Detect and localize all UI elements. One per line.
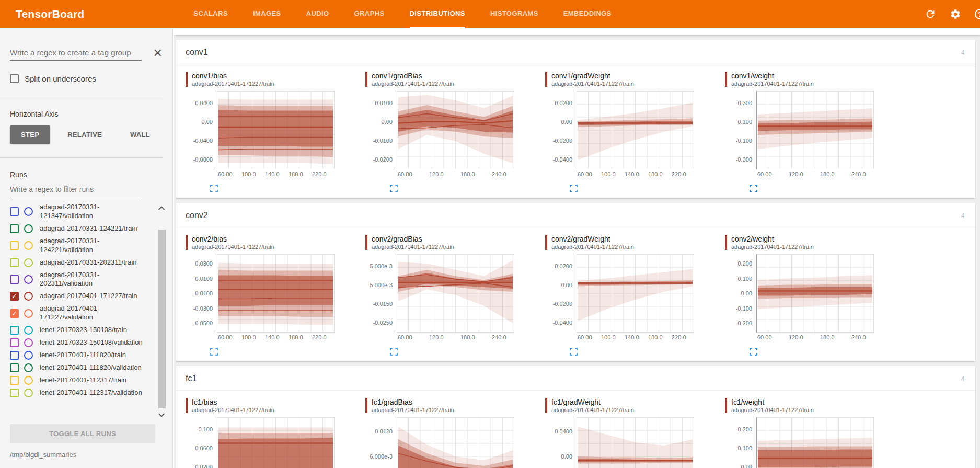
- refresh-icon[interactable]: [925, 8, 936, 20]
- x-tick-label: 180.0: [820, 171, 835, 177]
- distribution-chart-conv2-bias: conv2/biasadagrad-20170401-171227/train0…: [186, 235, 340, 357]
- chart-plot-area: 0.2000.1000.00-0.100-0.20060.00120.0180.…: [725, 254, 880, 344]
- run-row[interactable]: adagrad-20170331-121347/validation: [10, 203, 147, 221]
- toggle-all-runs-button[interactable]: TOGGLE ALL RUNS: [10, 424, 155, 443]
- axis-option-step[interactable]: STEP: [10, 125, 50, 144]
- tab-scalars[interactable]: SCALARS: [193, 0, 228, 28]
- tab-images[interactable]: IMAGES: [253, 0, 281, 28]
- app-header: TensorBoard SCALARSIMAGESAUDIOGRAPHSDIST…: [0, 0, 980, 28]
- chart-plot-area: 0.1000.06000.0200-0.0200: [186, 417, 340, 468]
- run-row[interactable]: adagrad-20170331-202311/validation: [10, 271, 147, 289]
- run-row[interactable]: ✓adagrad-20170401-171227/validation: [10, 304, 147, 322]
- axis-option-relative[interactable]: RELATIVE: [56, 125, 113, 144]
- run-color-circle[interactable]: [24, 224, 33, 233]
- close-icon[interactable]: ✕: [153, 48, 163, 59]
- x-tick-label: 140.0: [265, 171, 280, 177]
- expand-chart-icon[interactable]: [749, 184, 758, 193]
- run-checkbox[interactable]: [10, 241, 19, 250]
- split-on-underscores-checkbox[interactable]: [10, 74, 19, 83]
- run-color-circle[interactable]: [24, 207, 33, 216]
- x-tick-label: 100.0: [241, 334, 256, 340]
- distribution-plot[interactable]: [756, 91, 874, 169]
- distribution-plot[interactable]: [397, 91, 514, 169]
- x-tick-label: 60.00: [578, 334, 592, 340]
- run-checkbox[interactable]: [10, 338, 19, 347]
- run-color-circle[interactable]: [24, 258, 33, 267]
- help-icon[interactable]: ?: [975, 9, 980, 19]
- distribution-plot[interactable]: [217, 417, 335, 468]
- run-row[interactable]: lenet-20170401-111820/train: [10, 351, 147, 360]
- run-checkbox[interactable]: [10, 389, 19, 397]
- run-color-circle[interactable]: [24, 241, 33, 250]
- run-row[interactable]: lenet-20170401-111820/validation: [10, 363, 147, 372]
- split-on-underscores-row[interactable]: Split on underscores: [10, 74, 172, 83]
- distribution-plot[interactable]: [397, 417, 514, 468]
- run-row[interactable]: lenet-20170401-112317/validation: [10, 389, 147, 397]
- tab-distributions[interactable]: DISTRIBUTIONS: [410, 0, 465, 28]
- tag-group-header[interactable]: conv24: [176, 203, 975, 227]
- runs-filter-regex-input[interactable]: [10, 184, 142, 197]
- expand-chart-icon[interactable]: [389, 347, 398, 356]
- run-row[interactable]: adagrad-20170331-124221/train: [10, 224, 147, 233]
- run-checkbox[interactable]: ✓: [10, 309, 19, 318]
- run-color-circle[interactable]: [24, 309, 33, 318]
- expand-chart-icon[interactable]: [569, 347, 578, 356]
- tab-histograms[interactable]: HISTOGRAMS: [490, 0, 538, 28]
- run-row[interactable]: adagrad-20170331-202311/train: [10, 258, 147, 267]
- run-color-circle[interactable]: [24, 292, 33, 301]
- run-color-circle[interactable]: [24, 326, 33, 335]
- distribution-plot[interactable]: [756, 417, 874, 468]
- expand-chart-icon[interactable]: [569, 184, 578, 193]
- run-color-circle[interactable]: [24, 376, 33, 385]
- run-checkbox[interactable]: [10, 207, 19, 216]
- scroll-up-icon[interactable]: [157, 204, 166, 213]
- run-color-circle[interactable]: [24, 338, 33, 347]
- tag-group-title: fc1: [186, 374, 197, 383]
- distribution-plot[interactable]: [217, 254, 335, 333]
- run-checkbox[interactable]: [10, 258, 19, 267]
- run-row[interactable]: adagrad-20170331-124221/validation: [10, 237, 147, 255]
- chart-plot-area: 0.01206.000e-30.00: [365, 417, 520, 468]
- run-row[interactable]: lenet-20170323-150108/train: [10, 326, 147, 335]
- y-axis-tick-labels: 0.01000.00-0.0100-0.0200: [365, 91, 395, 169]
- tag-group-count: 4: [961, 375, 965, 383]
- tab-embeddings[interactable]: EMBEDDINGS: [563, 0, 612, 28]
- run-color-circle[interactable]: [24, 275, 33, 284]
- distribution-plot[interactable]: [577, 91, 694, 169]
- y-tick-label: 0.0400: [195, 100, 213, 106]
- run-checkbox[interactable]: [10, 363, 19, 372]
- axis-option-wall[interactable]: WALL: [119, 125, 161, 144]
- run-row[interactable]: lenet-20170323-150108/validation: [10, 338, 147, 347]
- run-row[interactable]: lenet-20170401-112317/train: [10, 376, 147, 385]
- y-tick-label: -0.300: [736, 156, 752, 163]
- expand-chart-icon[interactable]: [210, 184, 218, 193]
- settings-gear-icon[interactable]: [950, 8, 961, 20]
- scroll-down-icon[interactable]: [157, 410, 166, 419]
- run-checkbox[interactable]: [10, 224, 19, 233]
- tag-group-header[interactable]: fc14: [176, 366, 975, 391]
- run-checkbox[interactable]: [10, 376, 19, 385]
- run-checkbox[interactable]: [10, 351, 19, 360]
- x-tick-label: 220.0: [312, 171, 327, 177]
- run-color-circle[interactable]: [24, 363, 33, 372]
- distribution-plot[interactable]: [756, 254, 874, 333]
- distribution-plot[interactable]: [577, 417, 694, 468]
- tag-group-regex-input[interactable]: [10, 47, 142, 61]
- run-checkbox[interactable]: ✓: [10, 292, 19, 301]
- distribution-plot[interactable]: [397, 254, 514, 333]
- run-color-circle[interactable]: [24, 351, 33, 360]
- run-checkbox[interactable]: [10, 275, 19, 284]
- run-label: adagrad-20170331-124221/validation: [40, 237, 143, 255]
- expand-chart-icon[interactable]: [210, 347, 218, 356]
- run-row[interactable]: ✓adagrad-20170401-171227/train: [10, 292, 147, 301]
- expand-chart-icon[interactable]: [389, 184, 398, 193]
- distribution-plot[interactable]: [577, 254, 694, 333]
- tab-audio[interactable]: AUDIO: [306, 0, 329, 28]
- tab-graphs[interactable]: GRAPHS: [354, 0, 385, 28]
- runs-scrollbar-thumb[interactable]: [158, 230, 166, 408]
- run-color-circle[interactable]: [24, 389, 33, 397]
- distribution-plot[interactable]: [217, 91, 335, 169]
- expand-chart-icon[interactable]: [749, 347, 758, 356]
- tag-group-header[interactable]: conv14: [176, 40, 975, 64]
- run-checkbox[interactable]: [10, 326, 19, 335]
